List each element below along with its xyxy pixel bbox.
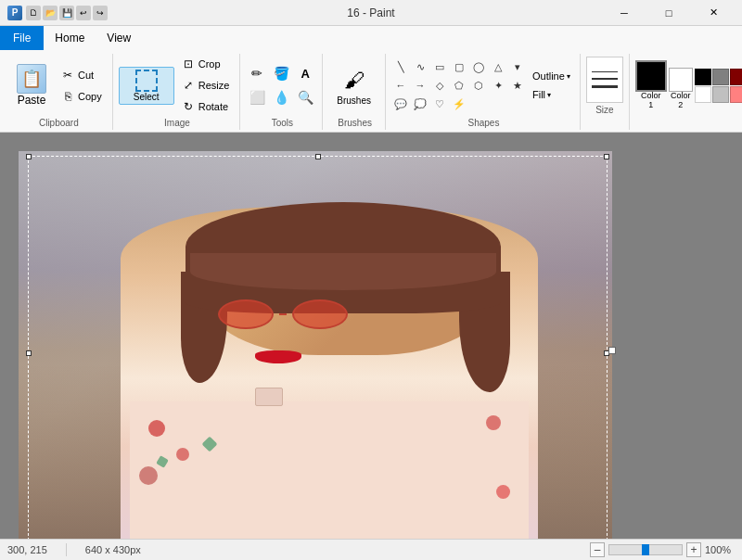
tab-view[interactable]: View xyxy=(96,26,142,50)
palette-swatch-16[interactable] xyxy=(730,86,742,103)
hair-bangs xyxy=(190,253,496,290)
size-content: Size xyxy=(586,54,623,130)
size-line-3[interactable] xyxy=(592,85,618,88)
size-line-1[interactable] xyxy=(592,71,618,72)
collar xyxy=(255,388,283,406)
shape-heart[interactable]: ♡ xyxy=(430,95,449,112)
brushes-button[interactable]: 🖌 Brushes xyxy=(328,61,379,110)
shape-arrow-right[interactable]: → xyxy=(411,77,429,94)
flower3 xyxy=(486,415,501,430)
brushes-icon: 🖌 xyxy=(339,66,369,95)
window-controls: ─ □ ✕ xyxy=(603,0,735,26)
title-bar: P 🗋 📂 💾 ↩ ↪ 16 - Paint ─ □ ✕ xyxy=(0,0,742,26)
shapes-row-3: 💬 💭 ♡ ⚡ xyxy=(391,95,527,112)
zoom-thumb[interactable] xyxy=(642,544,649,555)
redo-icon[interactable]: ↪ xyxy=(93,6,108,20)
ribbon-body: 📋 Paste ✂ Cut ⎘ Copy Clipboard xyxy=(0,50,742,132)
sunglasses xyxy=(218,298,478,330)
picker-button[interactable]: 💧 xyxy=(270,86,292,108)
lens-left xyxy=(218,299,274,329)
canvas-area[interactable] xyxy=(0,133,742,539)
zoom-slider[interactable] xyxy=(608,544,683,555)
tab-file[interactable]: File xyxy=(0,26,44,50)
zoom-in-button[interactable]: + xyxy=(686,542,701,557)
shape-curve[interactable]: ∿ xyxy=(411,58,429,75)
canvas-image[interactable] xyxy=(19,151,612,539)
outline-chevron: ▾ xyxy=(567,72,570,81)
palette-swatch-0[interactable] xyxy=(695,69,711,85)
shape-ellipse[interactable]: ◯ xyxy=(469,58,488,75)
shapes-group: ╲ ∿ ▭ ▢ ◯ △ ▾ ← → ◇ ⬠ ⬡ ✦ xyxy=(388,54,581,130)
flower5 xyxy=(496,485,510,499)
cursor-position: 300, 215 xyxy=(7,544,47,555)
zoom-out-button[interactable]: – xyxy=(590,542,605,557)
palette-swatch-2[interactable] xyxy=(730,69,742,85)
image-label: Image xyxy=(115,118,240,128)
cut-icon: ✂ xyxy=(60,68,75,83)
outline-button[interactable]: Outline ▾ xyxy=(529,69,574,83)
title-bar-icons: P 🗋 📂 💾 ↩ ↪ xyxy=(7,6,108,20)
shape-more[interactable]: ▾ xyxy=(508,58,527,75)
palette-swatch-14[interactable] xyxy=(695,86,711,103)
shape-star4[interactable]: ✦ xyxy=(489,77,507,94)
new-icon[interactable]: 🗋 xyxy=(26,6,41,20)
eraser-button[interactable]: ⬜ xyxy=(246,86,268,108)
size-line-2[interactable] xyxy=(592,78,618,80)
paste-button[interactable]: 📋 Paste xyxy=(9,57,54,113)
quick-access-toolbar: 🗋 📂 💾 ↩ ↪ xyxy=(26,6,108,20)
palette-swatch-1[interactable] xyxy=(712,69,729,85)
clipboard-label: Clipboard xyxy=(6,118,112,128)
blouse xyxy=(130,401,529,539)
clipboard-sub: ✂ Cut ⎘ Copy xyxy=(56,65,107,107)
image-group: Select ⊡ Crop ⤢ Resize ↻ Rotate xyxy=(115,54,241,130)
magnifier-button[interactable]: 🔍 xyxy=(294,86,316,108)
close-button[interactable]: ✕ xyxy=(692,0,735,26)
status-divider-1 xyxy=(66,543,67,556)
minimize-button[interactable]: ─ xyxy=(603,0,646,26)
tools-row-2: ⬜ 💧 🔍 xyxy=(246,86,316,108)
shape-line[interactable]: ╲ xyxy=(391,58,410,75)
shape-arrow-left[interactable]: ← xyxy=(391,77,410,94)
colors-group: Color1 Color2 Colors xyxy=(632,54,742,130)
tools-group: ✏ 🪣 A ⬜ 💧 🔍 Tools xyxy=(242,54,323,130)
tab-home[interactable]: Home xyxy=(44,26,96,50)
ribbon-tabs: File Home View xyxy=(0,26,742,50)
rotate-button[interactable]: ↻ Rotate xyxy=(176,96,235,117)
palette-swatch-15[interactable] xyxy=(712,86,729,103)
shape-triangle[interactable]: △ xyxy=(489,58,507,75)
shape-callout2[interactable]: 💭 xyxy=(411,95,429,112)
shape-rounded-rect[interactable]: ▢ xyxy=(450,58,468,75)
shape-lightning[interactable]: ⚡ xyxy=(450,95,468,112)
shape-callout1[interactable]: 💬 xyxy=(391,95,410,112)
resize-button[interactable]: ⤢ Resize xyxy=(176,75,235,95)
leaf1 xyxy=(202,437,218,452)
glasses-bridge xyxy=(279,313,287,315)
tools-label: Tools xyxy=(242,118,322,128)
paste-label: Paste xyxy=(18,94,46,107)
undo-icon[interactable]: ↩ xyxy=(76,6,91,20)
shape-pentagon[interactable]: ⬠ xyxy=(450,77,468,94)
fill-button[interactable]: 🪣 xyxy=(270,62,292,84)
shape-star5[interactable]: ★ xyxy=(508,77,527,94)
color-pair: Color1 Color2 xyxy=(635,60,693,110)
select-button[interactable]: Select xyxy=(119,67,174,105)
save-icon[interactable]: 💾 xyxy=(59,6,74,20)
fill-button[interactable]: Fill ▾ xyxy=(529,87,574,102)
maximize-button[interactable]: □ xyxy=(647,0,690,26)
color2-swatch[interactable] xyxy=(669,68,693,92)
crop-button[interactable]: ⊡ Crop xyxy=(176,54,235,74)
shapes-row-2: ← → ◇ ⬠ ⬡ ✦ ★ xyxy=(391,77,527,94)
app-icon: P xyxy=(7,6,22,20)
image-sub: ⊡ Crop ⤢ Resize ↻ Rotate xyxy=(176,54,235,117)
copy-button[interactable]: ⎘ Copy xyxy=(56,86,107,107)
shape-diamond[interactable]: ◇ xyxy=(430,77,449,94)
pencil-button[interactable]: ✏ xyxy=(246,62,268,84)
color1-swatch[interactable] xyxy=(635,60,667,92)
shape-hex[interactable]: ⬡ xyxy=(469,77,488,94)
text-button[interactable]: A xyxy=(294,62,316,84)
canvas-right-handle[interactable] xyxy=(608,347,616,354)
shape-rect[interactable]: ▭ xyxy=(430,58,449,75)
cut-button[interactable]: ✂ Cut xyxy=(56,65,107,85)
color2-container: Color2 xyxy=(669,68,693,110)
open-icon[interactable]: 📂 xyxy=(43,6,58,20)
